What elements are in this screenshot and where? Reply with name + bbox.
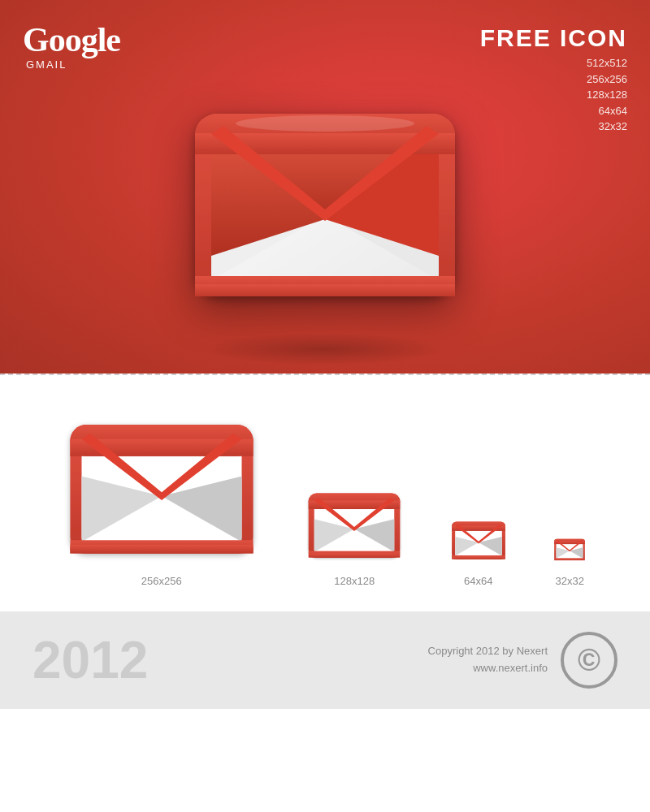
gmail-svg-128 <box>306 485 403 562</box>
footer: 2012 Copyright 2012 by Nexert www.nexert… <box>0 611 650 709</box>
icon-64: 64x64 <box>450 516 507 587</box>
label-256: 256x256 <box>141 575 182 587</box>
gmail-icon-large <box>187 89 463 309</box>
copyright-symbol: © <box>578 643 600 678</box>
copyright-info: Copyright 2012 by Nexert www.nexert.info <box>428 643 548 677</box>
gmail-label: GMAIL <box>26 58 67 71</box>
google-gmail-logo: Google GMAIL <box>23 23 120 71</box>
size-256: 256x256 <box>480 71 627 88</box>
copyright-circle: © <box>561 632 618 689</box>
gmail-svg-256 <box>64 408 259 562</box>
svg-point-16 <box>236 115 414 132</box>
size-64: 64x64 <box>480 103 627 119</box>
icon-reflection <box>203 333 447 365</box>
copyright-area: Copyright 2012 by Nexert www.nexert.info… <box>428 632 618 689</box>
label-32: 32x32 <box>556 575 584 587</box>
svg-rect-26 <box>70 545 253 554</box>
icon-32: 32x32 <box>553 536 586 587</box>
size-list: 512x512 256x256 128x128 64x64 32x32 <box>480 55 627 135</box>
gmail-svg-64 <box>450 516 507 562</box>
svg-rect-15 <box>195 284 455 296</box>
middle-section: 256x256 <box>0 375 650 611</box>
icons-row: 256x256 <box>41 408 609 587</box>
icon-128: 128x128 <box>306 485 403 587</box>
year-text: 2012 <box>32 630 148 690</box>
large-gmail-icon-container <box>187 89 463 312</box>
copyright-line1: Copyright 2012 by Nexert <box>428 643 548 660</box>
gmail-svg-32 <box>553 536 586 562</box>
free-icon-area: FREE ICON 512x512 256x256 128x128 64x64 … <box>480 24 627 135</box>
google-text: Google <box>23 23 120 57</box>
svg-rect-53 <box>554 559 585 560</box>
free-icon-title: FREE ICON <box>480 24 627 52</box>
copyright-line2: www.nexert.info <box>428 660 548 677</box>
size-128: 128x128 <box>480 87 627 103</box>
svg-rect-44 <box>452 557 505 559</box>
label-128: 128x128 <box>334 575 375 587</box>
label-64: 64x64 <box>464 575 492 587</box>
icon-256: 256x256 <box>64 408 259 587</box>
size-512: 512x512 <box>480 55 627 71</box>
svg-rect-35 <box>309 553 401 557</box>
size-32: 32x32 <box>480 119 627 135</box>
dashed-divider <box>0 374 650 375</box>
top-section: Google GMAIL FREE ICON 512x512 256x256 1… <box>0 0 650 374</box>
